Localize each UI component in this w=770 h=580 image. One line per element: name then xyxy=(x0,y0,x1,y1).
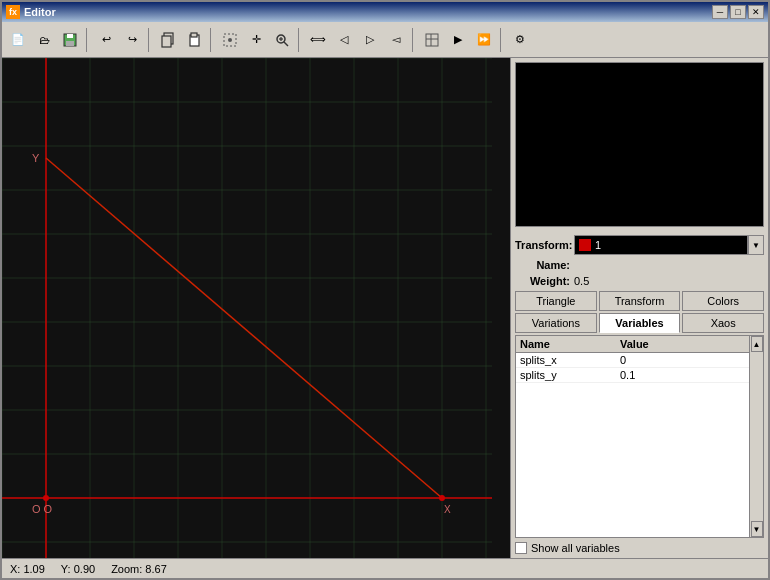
toolbar: 📄 🗁 ↩ ↪ ✛ ⟺ ◁ ▷ ◅ ▶ ⏩ xyxy=(2,22,768,58)
svg-line-10 xyxy=(284,42,288,46)
copy-button[interactable] xyxy=(156,28,180,52)
weight-row: Weight: 0.5 xyxy=(515,275,764,287)
titlebar-controls: ─ □ ✕ xyxy=(712,5,764,19)
variables-table: Name Value splits_x 0 splits_y 0.1 xyxy=(515,335,764,538)
show-all-row: Show all variables xyxy=(511,538,768,558)
var-name-1: splits_y xyxy=(520,369,620,381)
svg-rect-2 xyxy=(66,41,74,46)
col-value-header: Value xyxy=(620,338,745,350)
prev-button[interactable]: ◁ xyxy=(332,28,356,52)
statusbar: X: 1.09 Y: 0.90 Zoom: 8.67 xyxy=(2,558,768,578)
name-label: Name: xyxy=(515,259,570,271)
weight-label: Weight: xyxy=(515,275,570,287)
transform-dropdown-arrow[interactable]: ▼ xyxy=(748,235,764,255)
separator-4 xyxy=(298,28,302,52)
status-zoom: Zoom: 8.67 xyxy=(111,563,167,575)
svg-text:O O: O O xyxy=(32,503,53,515)
save-button[interactable] xyxy=(58,28,82,52)
tab-transform[interactable]: Transform xyxy=(599,291,681,311)
transform-section: Transform: 1 ▼ Name: xyxy=(511,231,768,291)
separator-5 xyxy=(412,28,416,52)
zoom-button[interactable] xyxy=(270,28,294,52)
table-row[interactable]: splits_y 0.1 xyxy=(516,368,749,383)
new-button[interactable]: 📄 xyxy=(6,28,30,52)
tab-xaos[interactable]: Xaos xyxy=(682,313,764,333)
name-row: Name: xyxy=(515,259,764,271)
tab-row-1: Triangle Transform Colors xyxy=(515,291,764,311)
svg-rect-6 xyxy=(191,33,197,37)
select-button[interactable] xyxy=(218,28,242,52)
redo-button[interactable]: ↪ xyxy=(120,28,144,52)
scrollbar[interactable]: ▲ ▼ xyxy=(749,336,763,537)
svg-rect-13 xyxy=(426,34,438,46)
weight-value: 0.5 xyxy=(574,275,589,287)
table-header: Name Value xyxy=(516,336,749,353)
grid-button[interactable] xyxy=(420,28,444,52)
next-button[interactable]: ▷ xyxy=(358,28,382,52)
maximize-button[interactable]: □ xyxy=(730,5,746,19)
svg-rect-4 xyxy=(162,36,171,47)
tab-section: Triangle Transform Colors Variations Var… xyxy=(511,291,768,335)
svg-point-8 xyxy=(228,38,232,42)
canvas-area[interactable]: Y O O X xyxy=(2,58,510,558)
svg-rect-1 xyxy=(67,34,73,38)
transform-box[interactable]: 1 xyxy=(574,235,748,255)
transform-row: Transform: 1 ▼ xyxy=(515,235,764,255)
col-name-header: Name xyxy=(520,338,620,350)
tab-variations[interactable]: Variations xyxy=(515,313,597,333)
var-value-1: 0.1 xyxy=(620,369,745,381)
transform-value: 1 xyxy=(595,239,601,251)
titlebar-left: fx Editor xyxy=(6,5,56,19)
tab-triangle[interactable]: Triangle xyxy=(515,291,597,311)
settings-button[interactable]: ⚙ xyxy=(508,28,532,52)
svg-rect-16 xyxy=(2,58,510,558)
render-all-button[interactable]: ⏩ xyxy=(472,28,496,52)
main-window: fx Editor ─ □ ✕ 📄 🗁 ↩ ↪ ✛ xyxy=(0,0,770,580)
separator-1 xyxy=(86,28,90,52)
svg-text:X: X xyxy=(444,504,451,515)
minimize-button[interactable]: ─ xyxy=(712,5,728,19)
grid-svg: Y O O X xyxy=(2,58,510,558)
svg-text:Y: Y xyxy=(32,152,40,164)
status-y: Y: 0.90 xyxy=(61,563,95,575)
svg-marker-49 xyxy=(580,240,590,250)
undo-button[interactable]: ↩ xyxy=(94,28,118,52)
open-button[interactable]: 🗁 xyxy=(32,28,56,52)
separator-6 xyxy=(500,28,504,52)
transform-dropdown[interactable]: 1 ▼ xyxy=(574,235,764,255)
svg-point-47 xyxy=(439,495,445,501)
app-icon: fx xyxy=(6,5,20,19)
window-title: Editor xyxy=(24,6,56,18)
svg-point-45 xyxy=(43,495,49,501)
tab-colors[interactable]: Colors xyxy=(682,291,764,311)
separator-2 xyxy=(148,28,152,52)
var-name-0: splits_x xyxy=(520,354,620,366)
preview-area xyxy=(515,62,764,227)
close-button[interactable]: ✕ xyxy=(748,5,764,19)
titlebar: fx Editor ─ □ ✕ xyxy=(2,2,768,22)
main-content: Y O O X Transform: xyxy=(2,58,768,558)
back-button[interactable]: ◅ xyxy=(384,28,408,52)
paste-button[interactable] xyxy=(182,28,206,52)
move-button[interactable]: ✛ xyxy=(244,28,268,52)
tab-row-2: Variations Variables Xaos xyxy=(515,313,764,333)
transform-tool-button[interactable]: ⟺ xyxy=(306,28,330,52)
separator-3 xyxy=(210,28,214,52)
var-value-0: 0 xyxy=(620,354,745,366)
tab-variables[interactable]: Variables xyxy=(599,313,681,333)
status-x: X: 1.09 xyxy=(10,563,45,575)
transform-label: Transform: xyxy=(515,239,570,251)
show-all-checkbox[interactable] xyxy=(515,542,527,554)
render-button[interactable]: ▶ xyxy=(446,28,470,52)
transform-icon xyxy=(579,239,591,251)
show-all-label: Show all variables xyxy=(531,542,620,554)
right-panel: Transform: 1 ▼ Name: xyxy=(510,58,768,558)
table-row[interactable]: splits_x 0 xyxy=(516,353,749,368)
